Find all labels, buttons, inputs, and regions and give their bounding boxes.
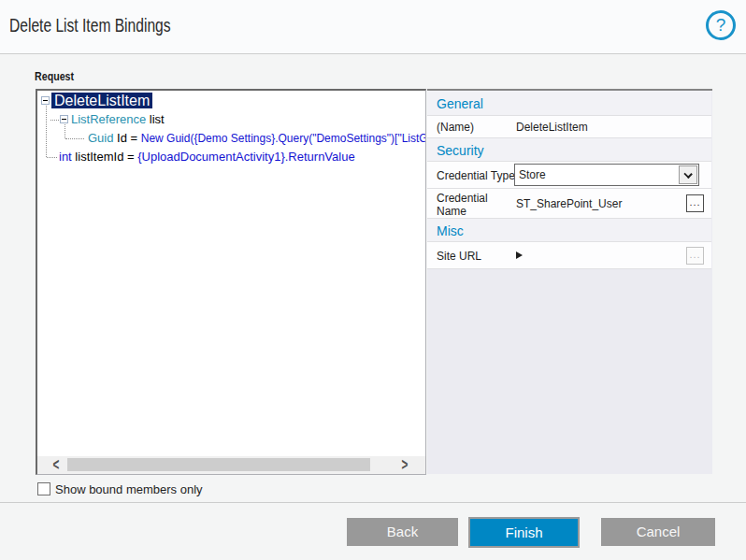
scrollbar-thumb[interactable] (67, 458, 370, 471)
section-misc-header: Misc (437, 223, 464, 238)
dropdown-button[interactable] (679, 165, 697, 184)
tree-line-root-vertical (46, 106, 47, 157)
section-misc: Misc (427, 219, 711, 242)
show-bound-members-label: Show bound members only (55, 482, 203, 496)
help-icon[interactable]: ? (706, 10, 736, 40)
node-value: New Guid({Demo Settings}.Query("DemoSett… (141, 132, 425, 145)
tree-line-node2-vertical (65, 124, 65, 138)
horizontal-scrollbar[interactable]: < > (37, 456, 425, 474)
credential-name-label: CredentialName (437, 192, 488, 218)
request-label: Request (35, 69, 74, 83)
section-general-header: General (437, 96, 483, 111)
section-security-header: Security (437, 143, 484, 158)
section-general: General (427, 91, 711, 116)
chevron-down-icon (683, 170, 692, 179)
row-name[interactable]: (Name) DeleteListItem (427, 116, 711, 138)
node-name: list (150, 112, 165, 126)
scroll-left-icon[interactable]: < (52, 454, 59, 473)
name-value: DeleteListItem (516, 121, 588, 134)
node-name: listItemId = (75, 150, 137, 164)
tree-viewport: DeleteListItem ListReference list Guid I… (37, 91, 425, 456)
row-site-url[interactable]: Site URL ... (427, 242, 711, 269)
tree-node-root-selected[interactable]: DeleteListItem (51, 93, 152, 108)
tree-collapse-toggle-listreference[interactable] (60, 115, 68, 123)
tree-collapse-toggle-root[interactable] (41, 96, 50, 105)
credential-name-value: ST_SharePoint_User (516, 197, 622, 210)
node-name: Id = (117, 131, 141, 145)
tree-node-listreference[interactable]: ListReference list (71, 112, 165, 127)
properties-panel: General (Name) DeleteListItem Security C… (427, 89, 712, 474)
node-value: {UploadDocumentActivity1}.ReturnValue (137, 150, 354, 164)
tree-line-node2-stub (50, 120, 59, 121)
expand-arrow-icon[interactable] (516, 251, 523, 259)
tree-node-guid-id[interactable]: Guid Id = New Guid({Demo Settings}.Query… (88, 131, 425, 146)
bindings-dialog: Delete List Item Bindings ? Request Dele… (0, 0, 746, 560)
back-button[interactable]: Back (347, 518, 458, 546)
node-type: int (59, 150, 72, 164)
site-url-browse-button[interactable]: ... (686, 247, 704, 265)
tree-node-listitemid[interactable]: int listItemId = {UploadDocumentActivity… (59, 150, 355, 165)
credential-name-browse-button[interactable]: ... (686, 194, 704, 212)
finish-button[interactable]: Finish (468, 517, 580, 548)
dialog-title: Delete List Item Bindings (9, 15, 171, 36)
node-type: Guid (88, 131, 113, 145)
node-type: ListReference (71, 112, 146, 126)
tree-line-node3-stub (65, 138, 84, 139)
name-label: (Name) (437, 121, 474, 134)
cancel-button[interactable]: Cancel (601, 518, 715, 546)
credential-type-value: Store (519, 168, 546, 181)
site-url-label: Site URL (437, 250, 481, 263)
tree-line-node4-stub (47, 157, 57, 158)
bindings-tree: DeleteListItem ListReference list Guid I… (36, 89, 426, 475)
credential-type-dropdown[interactable]: Store (514, 164, 699, 186)
row-credential-type: Credential Type Store (427, 162, 711, 189)
dialog-header: Delete List Item Bindings ? (0, 0, 746, 54)
row-credential-name[interactable]: CredentialName ST_SharePoint_User ... (427, 189, 711, 219)
section-security: Security (427, 138, 711, 162)
show-bound-members-checkbox[interactable] (37, 482, 50, 495)
footer-divider (0, 502, 746, 503)
credential-type-label: Credential Type (437, 169, 515, 182)
scroll-right-icon[interactable]: > (402, 454, 409, 473)
